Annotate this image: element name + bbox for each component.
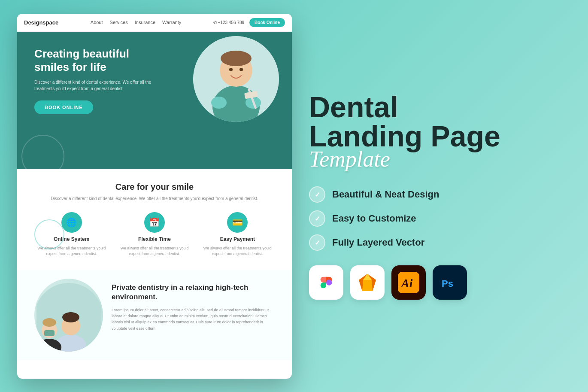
easy-payment-text: We always offer all the treatments you'd… xyxy=(200,246,275,257)
services-section: Care for your smile Discover a different… xyxy=(17,169,292,270)
svg-point-6 xyxy=(211,97,227,109)
hero-title: Creating beautiful smiles for life xyxy=(34,47,167,74)
features-list: Beautiful & Neat Design Easy to Customiz… xyxy=(309,186,554,251)
hero-doctor-image xyxy=(193,36,279,122)
nav-about[interactable]: About xyxy=(91,20,103,25)
services-title: Care for your smile xyxy=(34,182,275,192)
check-icon-1 xyxy=(309,186,325,203)
main-title-block: Dental Landing Page Template xyxy=(309,92,554,172)
svg-text:Ai: Ai xyxy=(400,277,413,290)
flexible-time-text: We always offer all the treatments you'd… xyxy=(117,246,191,257)
feature-item-2: Easy to Customize xyxy=(309,210,554,227)
title-line1: Dental xyxy=(309,91,398,123)
bottom-title: Private dentistry in a relaxing high-tec… xyxy=(112,283,275,302)
app-icons-row: Ai Ps xyxy=(309,265,554,300)
browser-navbar: Designspace About Services Insurance War… xyxy=(17,14,292,32)
phone-number: ✆ +123 456 789 xyxy=(213,20,244,25)
feature-label-1: Beautiful & Neat Design xyxy=(332,189,439,200)
hero-circle-decoration xyxy=(21,135,64,169)
easy-payment-icon: 💳 xyxy=(227,212,248,233)
bottom-text: Lorem ipsum dolor sit amet, consectetur … xyxy=(112,307,275,332)
svg-point-13 xyxy=(62,312,79,322)
services-description: Discover a different kind of dental expe… xyxy=(34,195,275,202)
nav-links: About Services Insurance Warranty xyxy=(91,20,181,25)
nav-services[interactable]: Services xyxy=(110,20,128,25)
hero-content: Creating beautiful smiles for life Disco… xyxy=(34,47,167,114)
doctor-illustration xyxy=(193,36,279,122)
check-icon-3 xyxy=(309,234,325,251)
service-flexible-time: 📅 Flexible Time We always offer all the … xyxy=(117,212,191,257)
check-icon-2 xyxy=(309,210,325,227)
svg-point-4 xyxy=(229,68,233,71)
feature-label-3: Fully Layered Vector xyxy=(332,237,424,248)
bottom-content: Private dentistry in a relaxing high-tec… xyxy=(112,279,275,332)
hero-cta-button[interactable]: BOOK ONLINE xyxy=(34,100,93,114)
services-grid: 🌐 Online System We always offer all the … xyxy=(34,212,275,257)
feature-item-3: Fully Layered Vector xyxy=(309,234,554,251)
bottom-dentist-image xyxy=(34,279,103,352)
browser-mockup: Designspace About Services Insurance War… xyxy=(17,14,292,379)
people-illustration xyxy=(36,283,101,352)
nav-insurance[interactable]: Insurance xyxy=(135,20,155,25)
book-online-nav-button[interactable]: Book Online xyxy=(249,18,285,27)
nav-right: ✆ +123 456 789 Book Online xyxy=(213,18,285,27)
svg-rect-17 xyxy=(44,330,55,336)
illustrator-app-icon: Ai xyxy=(391,265,426,300)
photoshop-app-icon: Ps xyxy=(433,265,467,300)
nav-warranty[interactable]: Warranty xyxy=(162,20,181,25)
hero-description: Discover a different kind of dental expe… xyxy=(34,79,167,92)
circle-decoration xyxy=(34,219,64,249)
svg-point-3 xyxy=(221,51,252,66)
bottom-section: Private dentistry in a relaxing high-tec… xyxy=(17,270,292,360)
flexible-time-icon: 📅 xyxy=(144,212,165,233)
hero-section: Creating beautiful smiles for life Disco… xyxy=(17,32,292,169)
info-panel: Dental Landing Page Template Beautiful &… xyxy=(292,84,571,308)
figma-app-icon xyxy=(309,265,343,300)
sketch-app-icon xyxy=(350,265,385,300)
flexible-time-name: Flexible Time xyxy=(138,236,171,242)
svg-point-16 xyxy=(42,318,56,327)
svg-point-5 xyxy=(239,68,243,71)
service-easy-payment: 💳 Easy Payment We always offer all the t… xyxy=(200,212,275,257)
svg-point-18 xyxy=(326,280,332,285)
feature-label-2: Easy to Customize xyxy=(332,213,416,224)
online-system-icon: 🌐 xyxy=(61,212,82,233)
svg-marker-22 xyxy=(362,280,373,291)
feature-item-1: Beautiful & Neat Design xyxy=(309,186,554,203)
main-title: Dental Landing Page xyxy=(309,92,554,151)
easy-payment-name: Easy Payment xyxy=(220,236,255,242)
svg-text:Ps: Ps xyxy=(442,278,453,289)
brand-logo: Designspace xyxy=(24,19,58,26)
